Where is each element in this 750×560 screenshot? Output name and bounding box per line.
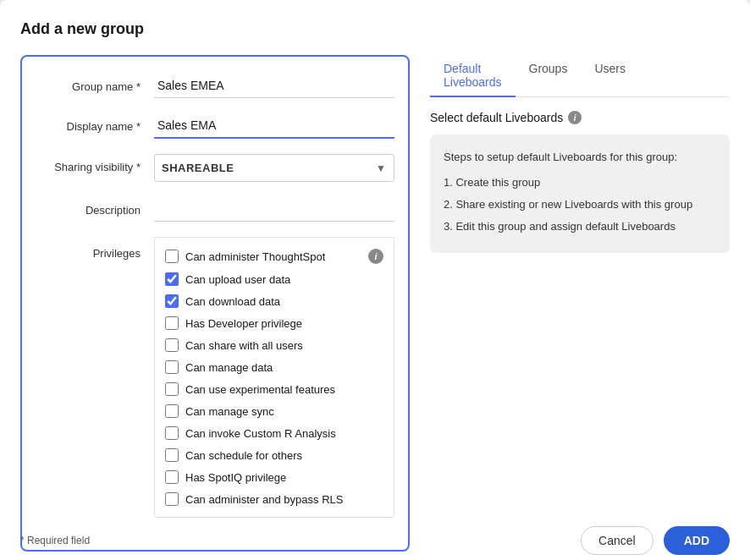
privilege-item-administer: Can administer ThoughtSpoti [162, 244, 387, 268]
description-label: Description [36, 197, 154, 217]
privilege-checkbox-administer[interactable] [165, 250, 179, 263]
privilege-item-share_all_users: Can share with all users [162, 334, 387, 356]
privileges-label: Privileges [36, 237, 154, 260]
tabs: DefaultLiveboards Groups Users [430, 55, 730, 97]
privilege-checkbox-spotiq[interactable] [165, 470, 179, 484]
privilege-checkbox-experimental[interactable] [165, 382, 179, 396]
privilege-checkbox-custom_r[interactable] [165, 426, 179, 440]
privilege-checkbox-download_data[interactable] [165, 294, 179, 308]
steps-title: Steps to setup default Liveboards for th… [444, 148, 716, 167]
privilege-label-upload_user_data[interactable]: Can upload user data [185, 273, 383, 286]
display-name-input[interactable] [154, 113, 394, 139]
privilege-checkbox-developer[interactable] [165, 316, 179, 330]
tab-default-liveboards[interactable]: DefaultLiveboards [430, 55, 516, 97]
right-panel: DefaultLiveboards Groups Users Select de… [430, 55, 730, 552]
privilege-item-experimental: Can use experimental features [162, 378, 387, 400]
display-name-field [154, 113, 394, 139]
privilege-info-icon-administer[interactable]: i [368, 249, 383, 264]
add-button[interactable]: ADD [664, 526, 730, 555]
privilege-item-custom_r: Can invoke Custom R Analysis [162, 422, 387, 444]
steps-box: Steps to setup default Liveboards for th… [430, 135, 730, 253]
privilege-label-administer[interactable]: Can administer ThoughtSpot [185, 250, 361, 263]
privilege-checkbox-schedule_others[interactable] [165, 448, 179, 462]
description-input[interactable] [154, 197, 394, 222]
dialog-body: Group name * Display name * Sharing visi… [20, 55, 730, 552]
privileges-container: Can administer ThoughtSpotiCan upload us… [154, 237, 394, 518]
sharing-visibility-label: Sharing visibility * [36, 154, 154, 173]
sharing-visibility-wrapper: SHAREABLE NON_SHAREABLE ▼ [154, 154, 394, 182]
sharing-visibility-field: SHAREABLE NON_SHAREABLE ▼ [154, 154, 394, 182]
privilege-label-experimental[interactable]: Can use experimental features [185, 383, 383, 396]
step-item-3: 3. Edit this group and assign default Li… [444, 217, 716, 236]
section-info-icon[interactable]: i [568, 111, 582, 124]
privilege-item-upload_user_data: Can upload user data [162, 268, 387, 290]
privileges-field: Can administer ThoughtSpotiCan upload us… [154, 237, 394, 518]
sharing-visibility-select[interactable]: SHAREABLE NON_SHAREABLE [154, 154, 394, 182]
steps-list: 1. Create this group2. Share existing or… [444, 173, 716, 236]
step-item-2: 2. Share existing or new Liveboards with… [444, 195, 716, 214]
privilege-item-download_data: Can download data [162, 290, 387, 312]
privilege-item-spotiq: Has SpotIQ privilege [162, 466, 387, 488]
privilege-label-schedule_others[interactable]: Can schedule for others [185, 449, 383, 462]
left-panel: Group name * Display name * Sharing visi… [20, 55, 410, 552]
select-liveboards-title: Select default Liveboards i [430, 111, 730, 124]
tab-groups[interactable]: Groups [516, 55, 582, 97]
privilege-item-manage_sync: Can manage sync [162, 400, 387, 422]
privilege-checkbox-bypass_rls[interactable] [165, 492, 179, 506]
group-name-label: Group name * [36, 74, 154, 93]
privilege-label-download_data[interactable]: Can download data [185, 295, 383, 308]
step-item-1: 1. Create this group [444, 173, 716, 192]
privilege-label-spotiq[interactable]: Has SpotIQ privilege [185, 471, 383, 484]
privilege-item-schedule_others: Can schedule for others [162, 444, 387, 466]
required-note: * Required field [20, 535, 90, 546]
group-name-field [154, 74, 394, 98]
description-field [154, 197, 394, 222]
display-name-label: Display name * [36, 113, 154, 133]
privilege-checkbox-share_all_users[interactable] [165, 338, 179, 352]
cancel-button[interactable]: Cancel [581, 526, 653, 555]
description-row: Description [36, 197, 394, 222]
privilege-checkbox-manage_data[interactable] [165, 360, 179, 374]
privilege-label-manage_data[interactable]: Can manage data [185, 361, 383, 374]
dialog-title: Add a new group [20, 20, 730, 38]
privilege-label-developer[interactable]: Has Developer privilege [185, 317, 383, 330]
privilege-label-bypass_rls[interactable]: Can administer and bypass RLS [185, 493, 383, 506]
tab-users[interactable]: Users [581, 55, 639, 97]
privilege-item-bypass_rls: Can administer and bypass RLS [162, 488, 387, 510]
group-name-row: Group name * [36, 74, 394, 98]
sharing-visibility-row: Sharing visibility * SHAREABLE NON_SHARE… [36, 154, 394, 182]
group-name-input[interactable] [154, 74, 394, 98]
dialog-footer: * Required field Cancel ADD [20, 526, 730, 555]
privilege-item-developer: Has Developer privilege [162, 312, 387, 334]
footer-buttons: Cancel ADD [581, 526, 730, 555]
privileges-row: Privileges Can administer ThoughtSpotiCa… [36, 237, 394, 518]
privilege-checkbox-manage_sync[interactable] [165, 404, 179, 418]
privilege-label-custom_r[interactable]: Can invoke Custom R Analysis [185, 427, 383, 440]
add-group-dialog: Add a new group Group name * Display nam… [0, 0, 750, 560]
display-name-row: Display name * [36, 113, 394, 139]
privilege-label-share_all_users[interactable]: Can share with all users [185, 339, 383, 352]
privilege-item-manage_data: Can manage data [162, 356, 387, 378]
privilege-label-manage_sync[interactable]: Can manage sync [185, 405, 383, 418]
privilege-checkbox-upload_user_data[interactable] [165, 272, 179, 286]
